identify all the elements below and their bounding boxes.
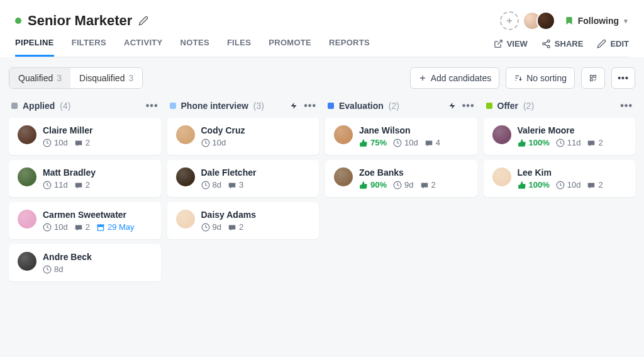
candidate-card[interactable]: Claire Miller10d2 xyxy=(9,118,161,155)
svg-rect-20 xyxy=(97,224,104,226)
nav-tab-notes[interactable]: NOTES xyxy=(180,38,209,57)
column-count: (2) xyxy=(523,101,534,111)
candidate-meta: 8d xyxy=(43,264,152,274)
followers-avatars[interactable] xyxy=(528,11,555,30)
candidate-card[interactable]: Cody Cruz10d xyxy=(167,118,319,155)
scheduled-date: 29 May xyxy=(96,222,135,232)
candidate-card[interactable]: Carmen Sweetwater10d229 May xyxy=(9,202,161,239)
sort-button[interactable]: No sorting xyxy=(506,67,575,89)
edit-title-icon[interactable] xyxy=(138,16,148,26)
edit-button[interactable]: EDIT xyxy=(597,39,629,48)
svg-line-7 xyxy=(545,42,547,43)
column-menu-button[interactable]: ••• xyxy=(462,100,475,111)
avatar xyxy=(176,167,195,186)
candidate-name: Zoe Banks xyxy=(359,167,469,178)
nav-tab-promote[interactable]: PROMOTE xyxy=(269,38,311,57)
candidate-meta: 10d229 May xyxy=(43,222,152,232)
nav-tab-pipeline[interactable]: PIPELINE xyxy=(15,38,54,57)
candidate-card[interactable]: Dale Fletcher8d3 xyxy=(167,160,319,197)
view-options-button[interactable] xyxy=(581,67,605,89)
comments-count: 2 xyxy=(420,180,436,190)
automation-icon[interactable] xyxy=(290,102,297,110)
avatar xyxy=(18,252,36,271)
score-badge: 75% xyxy=(359,138,387,147)
candidate-name: Cody Cruz xyxy=(201,125,311,135)
avatar xyxy=(18,210,36,229)
comments-count: 3 xyxy=(228,180,243,190)
nav-tab-activity[interactable]: ACTIVITY xyxy=(124,38,163,57)
candidate-name: Carmen Sweetwater xyxy=(43,210,152,220)
column-title: Phone interview xyxy=(181,101,248,111)
candidate-name: Valerie Moore xyxy=(518,125,627,135)
score-badge: 90% xyxy=(359,180,387,190)
age-label: 8d xyxy=(43,264,63,274)
svg-line-2 xyxy=(497,40,502,44)
svg-rect-13 xyxy=(591,76,593,78)
comments-count: 2 xyxy=(74,222,90,232)
score-badge: 100% xyxy=(518,180,550,190)
age-label: 8d xyxy=(201,180,221,190)
candidate-card[interactable]: Lee Kim100%10d2 xyxy=(484,160,636,197)
candidate-card[interactable]: Zoe Banks90%9d2 xyxy=(325,160,477,197)
view-button[interactable]: VIEW xyxy=(494,39,528,48)
overflow-button[interactable]: ••• xyxy=(611,67,635,89)
avatar xyxy=(492,125,511,144)
candidate-meta: 100%10d2 xyxy=(518,180,627,190)
candidate-name: Dale Fletcher xyxy=(201,167,311,178)
score-badge: 100% xyxy=(518,138,550,147)
status-dot xyxy=(15,18,21,24)
candidate-card[interactable]: Jane Wilson75%10d4 xyxy=(325,118,477,155)
nav-tab-files[interactable]: FILES xyxy=(227,38,251,57)
column-color-badge xyxy=(11,103,18,109)
column-offer: Offer (2)•••Valerie Moore100%11d2Lee Kim… xyxy=(484,100,636,286)
nav-tab-filters[interactable]: FILTERS xyxy=(72,38,106,57)
svg-marker-25 xyxy=(291,103,297,109)
column-menu-button[interactable]: ••• xyxy=(620,100,633,111)
svg-point-4 xyxy=(543,42,545,45)
candidate-name: Daisy Adams xyxy=(201,210,311,220)
segment-qualified[interactable]: Qualified 3 xyxy=(9,68,70,88)
column-title: Evaluation xyxy=(339,101,384,111)
column-phone: Phone interview (3)•••Cody Cruz10dDale F… xyxy=(167,100,319,286)
age-label: 10d xyxy=(43,138,68,147)
candidate-meta: 75%10d4 xyxy=(359,138,469,147)
candidate-meta: 9d2 xyxy=(201,222,311,232)
nav-tab-reports[interactable]: REPORTS xyxy=(329,38,370,57)
following-label: Following xyxy=(578,16,619,26)
age-label: 11d xyxy=(556,138,581,147)
candidate-meta: 11d2 xyxy=(43,180,152,190)
candidate-name: Claire Miller xyxy=(43,125,152,135)
segment-disqualified[interactable]: Disqualified 3 xyxy=(70,68,142,88)
nav-tabs: PIPELINEFILTERSACTIVITYNOTESFILESPROMOTE… xyxy=(15,38,370,57)
column-count: (4) xyxy=(60,101,70,111)
add-candidates-button[interactable]: Add candidates xyxy=(410,67,500,89)
bookmark-icon xyxy=(564,16,574,26)
candidate-card[interactable]: Matt Bradley11d2 xyxy=(9,160,161,197)
candidate-meta: 10d2 xyxy=(43,138,152,147)
avatar xyxy=(176,125,195,144)
share-button[interactable]: SHARE xyxy=(541,39,584,48)
column-menu-button[interactable]: ••• xyxy=(304,100,316,111)
svg-line-6 xyxy=(545,44,547,46)
column-applied: Applied (4)•••Claire Miller10d2Matt Brad… xyxy=(9,100,161,286)
avatar xyxy=(18,167,36,186)
candidate-name: Lee Kim xyxy=(518,167,627,178)
column-color-badge xyxy=(486,103,492,109)
age-label: 10d xyxy=(556,180,581,190)
candidate-card[interactable]: Valerie Moore100%11d2 xyxy=(484,118,636,155)
svg-rect-14 xyxy=(594,76,596,78)
svg-rect-15 xyxy=(591,79,593,81)
following-button[interactable]: Following ▼ xyxy=(564,16,629,26)
candidate-card[interactable]: Andre Beck8d xyxy=(9,244,161,281)
age-label: 10d xyxy=(201,138,226,147)
column-title: Applied xyxy=(23,101,55,111)
svg-point-5 xyxy=(547,45,550,48)
candidate-card[interactable]: Daisy Adams9d2 xyxy=(167,202,319,239)
avatar xyxy=(18,125,36,144)
comments-count: 2 xyxy=(74,180,90,190)
column-menu-button[interactable]: ••• xyxy=(146,100,158,111)
automation-icon[interactable] xyxy=(448,102,456,110)
candidate-meta: 90%9d2 xyxy=(359,180,469,190)
column-eval: Evaluation (2)•••Jane Wilson75%10d4Zoe B… xyxy=(325,100,477,286)
add-follower-button[interactable] xyxy=(500,11,519,30)
